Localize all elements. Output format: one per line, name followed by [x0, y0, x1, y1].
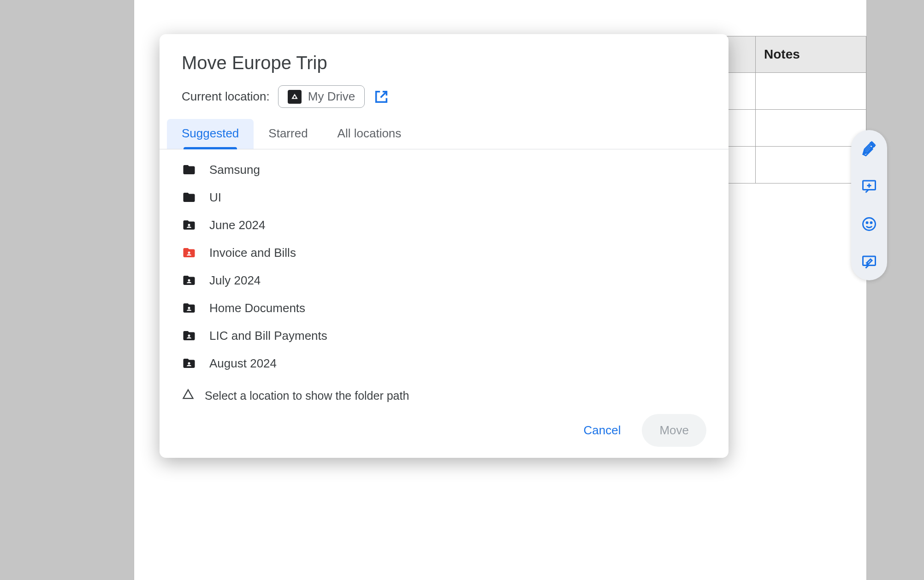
move-button[interactable]: Move [642, 414, 706, 447]
suggest-edit-icon[interactable] [861, 254, 877, 270]
folder-item[interactable]: July 2024 [160, 266, 729, 294]
current-location-row: Current location: My Drive [160, 85, 729, 119]
folder-shared-icon [182, 273, 196, 288]
emoji-icon[interactable] [861, 216, 877, 232]
svg-point-5 [871, 222, 872, 224]
folder-shared-icon [182, 356, 196, 371]
table-cell[interactable] [756, 147, 866, 183]
dialog-footer: Cancel Move [160, 410, 729, 447]
location-tabs: Suggested Starred All locations [160, 119, 729, 149]
folder-item[interactable]: Invoice and Bills [160, 239, 729, 266]
table-cell[interactable] [727, 73, 756, 110]
drive-icon [288, 90, 302, 104]
svg-point-11 [188, 307, 190, 309]
add-comment-icon[interactable] [861, 178, 877, 195]
hint-row: Select a location to show the folder pat… [160, 384, 729, 410]
folder-name: LIC and Bill Payments [209, 329, 327, 343]
folder-name: Home Documents [209, 301, 305, 315]
folder-shared-icon [182, 328, 196, 343]
folder-shared-icon [182, 245, 196, 260]
folder-list: Samsung UI June 2024 Invoice and Bills J… [160, 149, 729, 384]
drive-hint-icon [182, 388, 195, 403]
folder-name: August 2024 [209, 356, 277, 371]
folder-shared-icon [182, 301, 196, 315]
location-chip-label: My Drive [308, 89, 355, 104]
folder-icon [182, 190, 196, 205]
table-header-notes: Notes [756, 36, 866, 73]
folder-name: June 2024 [209, 218, 265, 232]
gemini-icon[interactable] [861, 140, 877, 157]
folder-item[interactable]: UI [160, 183, 729, 211]
hint-text: Select a location to show the folder pat… [205, 389, 409, 402]
folder-item[interactable]: Samsung [160, 156, 729, 183]
folder-icon [182, 162, 196, 177]
floating-toolbar [851, 130, 887, 280]
svg-point-7 [294, 96, 296, 98]
table-cell[interactable] [727, 147, 756, 183]
table-header-cell [727, 36, 756, 73]
dialog-title: Move Europe Trip [160, 53, 729, 85]
folder-item[interactable]: Home Documents [160, 294, 729, 322]
folder-name: July 2024 [209, 273, 261, 288]
move-dialog: Move Europe Trip Current location: My Dr… [160, 34, 729, 458]
tab-all-locations[interactable]: All locations [323, 119, 416, 149]
svg-point-9 [188, 252, 190, 254]
folder-item[interactable]: August 2024 [160, 349, 729, 377]
folder-item[interactable]: LIC and Bill Payments [160, 322, 729, 349]
table-cell[interactable] [727, 110, 756, 147]
open-in-new-icon[interactable] [373, 89, 390, 105]
location-chip[interactable]: My Drive [278, 85, 365, 108]
folder-name: Invoice and Bills [209, 246, 296, 260]
table-cell[interactable] [756, 73, 866, 110]
svg-point-13 [188, 362, 190, 365]
tab-suggested[interactable]: Suggested [167, 119, 254, 149]
cancel-button[interactable]: Cancel [569, 414, 634, 447]
svg-point-12 [188, 335, 190, 337]
svg-point-3 [863, 218, 876, 231]
tab-starred[interactable]: Starred [254, 119, 322, 149]
folder-name: Samsung [209, 163, 260, 177]
folder-shared-icon [182, 218, 196, 232]
svg-point-8 [188, 224, 190, 226]
folder-item[interactable]: June 2024 [160, 211, 729, 239]
table-cell[interactable] [756, 110, 866, 147]
document-table: Notes [727, 36, 866, 183]
svg-point-4 [866, 222, 868, 224]
folder-name: UI [209, 190, 221, 205]
location-label: Current location: [182, 89, 270, 104]
svg-point-10 [188, 279, 190, 282]
